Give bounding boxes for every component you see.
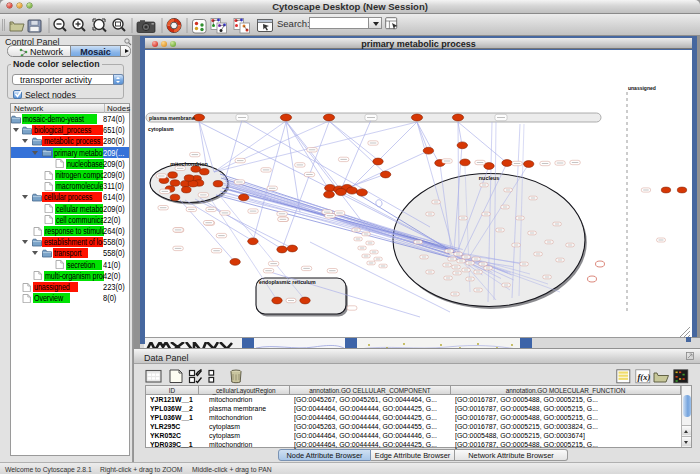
svg-text:cytoplasm: cytoplasm — [148, 126, 174, 132]
svg-text:unassigned: unassigned — [628, 85, 656, 91]
svg-text:plasma membrane: plasma membrane — [149, 115, 195, 121]
svg-text:f(x): f(x) — [638, 372, 651, 382]
svg-text:mitochondrion: mitochondrion — [170, 161, 208, 167]
svg-text:nucleus: nucleus — [479, 175, 499, 181]
svg-text:endoplasmic reticulum: endoplasmic reticulum — [259, 279, 316, 285]
